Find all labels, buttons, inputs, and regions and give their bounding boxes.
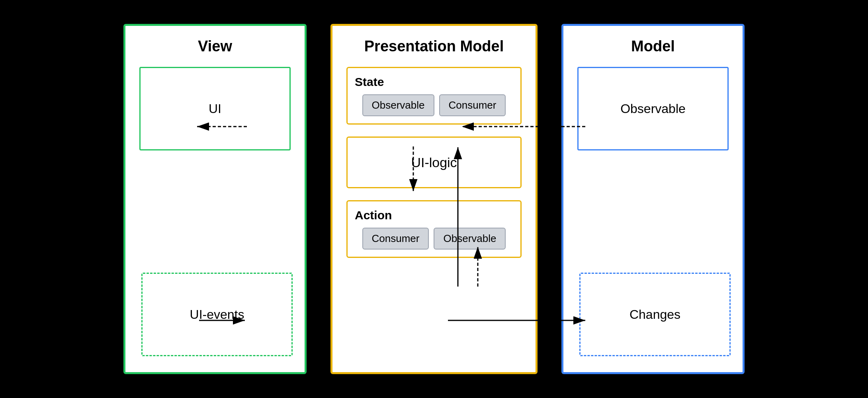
view-title: View <box>137 38 293 55</box>
model-column: Model Observable Changes <box>561 24 745 374</box>
pm-action-title: Action <box>355 209 513 222</box>
pm-inner-layout: State Observable Consumer UI-logic Actio… <box>346 67 522 258</box>
action-observable-pill: Observable <box>434 228 506 250</box>
view-column: View UI UI-events <box>123 24 307 374</box>
pm-action-box: Action Consumer Observable <box>346 200 522 258</box>
pm-state-inner: Observable Consumer <box>355 94 513 116</box>
pm-state-box: State Observable Consumer <box>346 67 522 125</box>
view-uievents-box: UI-events <box>141 273 293 356</box>
model-changes-box: Changes <box>579 273 731 356</box>
pm-action-inner: Consumer Observable <box>355 228 513 250</box>
pm-column: Presentation Model State Observable Cons… <box>330 24 538 374</box>
state-consumer-pill: Consumer <box>439 94 506 116</box>
view-uievents-label: UI-events <box>190 307 244 322</box>
view-ui-label: UI <box>209 101 221 116</box>
model-title: Model <box>575 38 731 55</box>
model-observable-label: Observable <box>620 101 686 116</box>
pm-outer-box: Presentation Model State Observable Cons… <box>330 24 538 374</box>
pm-uilogic-label: UI-logic <box>411 155 457 170</box>
view-ui-box: UI <box>139 67 291 150</box>
model-changes-label: Changes <box>629 307 680 322</box>
pm-title: Presentation Model <box>364 38 504 55</box>
pm-uilogic-box: UI-logic <box>346 137 522 188</box>
diagram-container: View UI UI-events Presentation Model Sta… <box>16 16 852 382</box>
action-consumer-pill: Consumer <box>362 228 429 250</box>
model-observable-box: Observable <box>577 67 729 150</box>
state-observable-pill: Observable <box>362 94 434 116</box>
pm-state-title: State <box>355 75 513 89</box>
view-outer-box: View UI UI-events <box>123 24 307 374</box>
model-outer-box: Model Observable Changes <box>561 24 745 374</box>
